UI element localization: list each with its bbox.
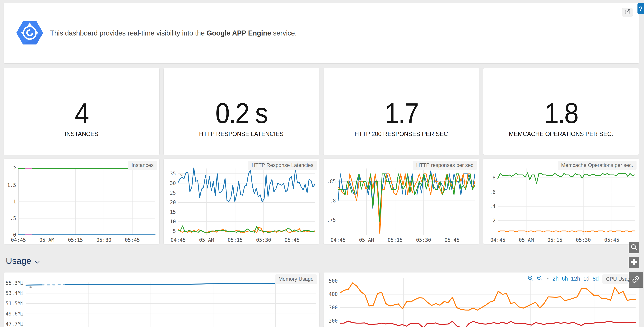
svg-text:30: 30 [170, 180, 176, 186]
memory-usage-chart[interactable]: 55.3Mi53.4Mi51.5Mi49.6Mi47.7Mi Memory Us… [4, 272, 319, 327]
toolbar-separator: • [547, 276, 548, 282]
chart-title-badge: Instances [128, 161, 157, 170]
chart-title-badge: HTTP responses per sec [413, 161, 477, 170]
dashboard-header: This dashboard provides real-time visibi… [4, 3, 639, 63]
dashboard-description: This dashboard provides real-time visibi… [50, 29, 297, 37]
stat-card-http200[interactable]: 1.7 HTTP 200 RESPONSES PER SEC [324, 68, 479, 155]
svg-text:05:45: 05:45 [125, 237, 140, 243]
svg-text:05:45: 05:45 [444, 237, 460, 243]
svg-text:04:45: 04:45 [171, 237, 186, 243]
svg-text:51.5Mi: 51.5Mi [6, 301, 24, 306]
help-tab[interactable]: ? [638, 3, 644, 14]
http-responses-chart[interactable]: .85.8.7504:4505 AM05:1505:3005:45 HTTP r… [324, 159, 479, 244]
svg-text:53.4Mi: 53.4Mi [6, 290, 24, 296]
svg-text:.8: .8 [490, 175, 496, 181]
svg-text:04:45: 04:45 [331, 237, 346, 243]
svg-text:.6: .6 [490, 189, 496, 195]
svg-text:35: 35 [170, 171, 176, 177]
svg-text:500: 500 [329, 278, 338, 284]
svg-text:25: 25 [170, 190, 176, 196]
stat-label: INSTANCES [65, 130, 98, 138]
svg-text:0: 0 [13, 232, 16, 238]
svg-text:05:15: 05:15 [547, 237, 562, 243]
svg-text:05:15: 05:15 [228, 237, 242, 243]
svg-text:.2: .2 [490, 218, 496, 224]
stat-card-memcache[interactable]: 1.8 MEMCACHE OPERATIONS PER SEC. [483, 68, 639, 155]
svg-text:.5: .5 [10, 215, 16, 221]
chart-toolbar: • 2h 6h 12h 1d 8d [528, 275, 599, 282]
svg-text:1.5: 1.5 [7, 182, 16, 188]
svg-text:05:15: 05:15 [388, 237, 402, 243]
stat-value: 1.8 [544, 99, 578, 128]
link-icon [631, 275, 640, 285]
stat-value: 1.7 [384, 99, 418, 128]
cpu-usage-chart[interactable]: 500400300200 CPU Usage • 2h 6h 12h 1d 8d [324, 272, 639, 327]
svg-text:.75: .75 [327, 217, 336, 223]
svg-text:05:30: 05:30 [576, 237, 591, 243]
time-range-8d[interactable]: 8d [592, 275, 599, 282]
svg-text:05:45: 05:45 [284, 237, 300, 243]
svg-text:47.7Mi: 47.7Mi [6, 321, 24, 327]
svg-text:05:45: 05:45 [604, 237, 619, 243]
chart-title-badge: HTTP Response Latencies [248, 161, 317, 170]
svg-text:49.6Mi: 49.6Mi [6, 311, 24, 317]
svg-text:05:30: 05:30 [256, 237, 271, 243]
y-axis-unit: B [28, 285, 33, 288]
chart-title-badge: Memory Usage [275, 274, 317, 284]
svg-text:1: 1 [13, 199, 16, 205]
plus-icon [630, 258, 638, 266]
stat-label: MEMCACHE OPERATIONS PER SEC. [509, 130, 613, 138]
add-button[interactable] [629, 257, 640, 268]
share-link-button[interactable] [629, 272, 643, 288]
http-latencies-chart[interactable]: 353025201510504:4505 AM05:1505:3005:45 H… [164, 159, 319, 244]
svg-text:05:30: 05:30 [416, 237, 431, 243]
time-range-2h[interactable]: 2h [552, 275, 559, 282]
instances-chart[interactable]: 21.51.5004:4505 AM05:1505:3005:45 Instan… [4, 159, 159, 244]
svg-text:05:30: 05:30 [96, 237, 111, 243]
open-external-button[interactable] [622, 8, 633, 17]
svg-text:05 AM: 05 AM [359, 237, 374, 243]
memcache-ops-chart[interactable]: .8.6.4.204:4505 AM05:1505:3005:45 Memcac… [483, 159, 639, 244]
svg-text:04:45: 04:45 [11, 237, 26, 243]
svg-text:300: 300 [329, 305, 338, 310]
time-range-12h[interactable]: 12h [571, 275, 580, 282]
chevron-down-icon [35, 256, 40, 266]
svg-text:05 AM: 05 AM [199, 237, 214, 243]
stat-card-instances[interactable]: 4 INSTANCES [4, 68, 159, 155]
stat-card-latencies[interactable]: 0.2 s HTTP RESPONSE LATENCIES [164, 68, 319, 155]
svg-text:.4: .4 [490, 203, 496, 209]
svg-text:.85: .85 [327, 179, 336, 184]
svg-text:04:45: 04:45 [490, 237, 505, 243]
svg-text:.8: .8 [330, 198, 336, 204]
svg-text:2: 2 [13, 166, 16, 171]
stat-value: 4 [75, 99, 88, 128]
search-icon [630, 243, 638, 252]
usage-section-header[interactable]: Usage [6, 256, 40, 266]
zoom-in-icon[interactable] [528, 275, 534, 282]
time-range-6h[interactable]: 6h [562, 275, 568, 282]
svg-text:55.3Mi: 55.3Mi [6, 280, 24, 286]
svg-text:15: 15 [170, 209, 176, 215]
stat-label: HTTP 200 RESPONSES PER SEC [354, 130, 448, 138]
y-axis-unit: ms [179, 171, 185, 176]
stat-value: 0.2 s [215, 99, 267, 128]
stat-label: HTTP RESPONSE LATENCIES [199, 130, 284, 138]
chart-title-badge: Memcache Operations per sec. [558, 161, 636, 170]
svg-text:05:15: 05:15 [68, 237, 83, 243]
svg-text:05 AM: 05 AM [519, 237, 534, 243]
help-label: ? [639, 5, 643, 12]
external-link-icon [624, 9, 631, 16]
svg-text:400: 400 [329, 291, 338, 297]
section-title-label: Usage [6, 256, 31, 266]
svg-text:200: 200 [329, 318, 338, 324]
svg-text:05 AM: 05 AM [39, 237, 54, 243]
app-engine-logo [16, 19, 43, 47]
search-button[interactable] [629, 242, 640, 253]
time-range-1d[interactable]: 1d [583, 275, 589, 282]
zoom-out-icon[interactable] [537, 275, 543, 282]
svg-text:10: 10 [170, 219, 176, 224]
svg-text:20: 20 [170, 200, 176, 205]
svg-text:5: 5 [173, 228, 176, 234]
